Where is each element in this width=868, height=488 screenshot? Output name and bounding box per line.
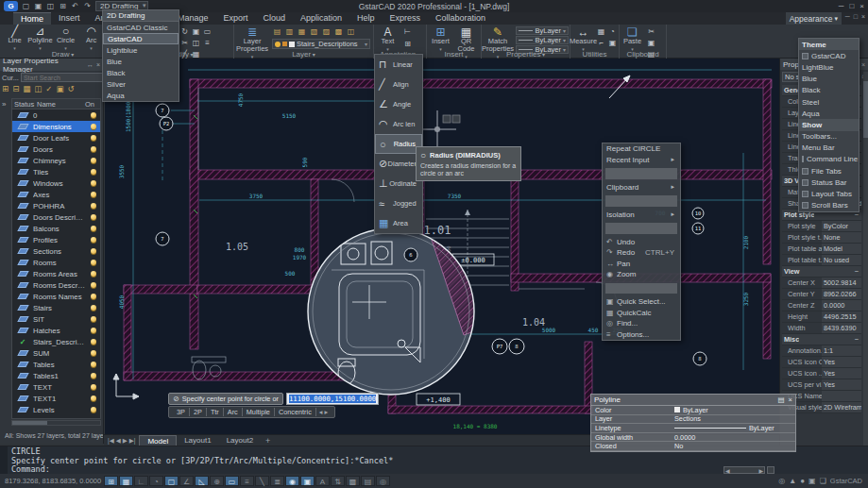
context-menu-item[interactable]: Isolation: [603, 210, 680, 221]
quick-property-row[interactable]: Color ByLayer: [591, 406, 795, 415]
layer-row[interactable]: 0: [12, 109, 100, 121]
property-value[interactable]: Yes: [822, 368, 861, 379]
layer-on-bulb-icon[interactable]: [86, 350, 100, 356]
layer-name[interactable]: Stairs: [33, 304, 86, 312]
annotation-tool-icon[interactable]: ⊢: [402, 26, 413, 37]
layer-on-bulb-icon[interactable]: [86, 339, 100, 345]
property-row[interactable]: Plot table t... No used: [782, 255, 861, 266]
layer-name[interactable]: Sections: [33, 247, 86, 256]
property-row[interactable]: Plot style ByColor: [782, 221, 861, 232]
clipboard-panel-label[interactable]: Clipboard: [620, 50, 666, 59]
layer-name[interactable]: Axes: [33, 191, 86, 199]
property-row[interactable]: Misc: [782, 334, 861, 345]
layer-status-icon[interactable]: [12, 373, 33, 379]
layer-name[interactable]: Windows: [33, 179, 86, 188]
workspace-menu-item[interactable]: Lightblue: [103, 44, 179, 56]
measure-button[interactable]: ↔ Measure: [570, 25, 596, 53]
layer-toolbar-icon[interactable]: ▦: [23, 84, 30, 95]
status-toggle-icon[interactable]: ◉: [285, 476, 299, 486]
layer-status-icon[interactable]: [12, 135, 33, 141]
layer-status-icon[interactable]: [12, 112, 33, 118]
property-value[interactable]: Model: [822, 244, 861, 254]
layer-on-bulb-icon[interactable]: [86, 226, 100, 231]
layer-tool-icon[interactable]: ▤: [272, 26, 282, 37]
appearance-menu-item[interactable]: Aqua: [799, 108, 859, 119]
layer-name[interactable]: Door Leafs: [33, 134, 86, 143]
modify-tool-icon[interactable]: ◫: [191, 38, 201, 48]
ribbon-tab[interactable]: Help: [349, 12, 383, 25]
layer-status-icon[interactable]: [12, 214, 33, 220]
layout-nav-button[interactable]: ▶|: [129, 437, 136, 445]
utilities-panel-label[interactable]: Utilities: [570, 50, 619, 59]
property-value[interactable]: 8962.0266: [822, 289, 861, 299]
layer-row[interactable]: Hatches: [12, 325, 100, 336]
layer-on-bulb-icon[interactable]: [86, 271, 100, 277]
status-right-icon[interactable]: ●: [800, 477, 805, 485]
options-arrows[interactable]: ◂ ▸: [316, 408, 331, 416]
layer-status-icon[interactable]: [12, 282, 33, 288]
gstarcad-logo-icon[interactable]: G: [4, 1, 18, 11]
property-value[interactable]: Yes: [822, 379, 861, 390]
appearance-menu-item[interactable]: Theme: [799, 39, 859, 50]
property-value[interactable]: [822, 391, 861, 401]
layer-on-bulb-icon[interactable]: [86, 135, 100, 141]
layer-select-combo[interactable]: Stairs_Descriptions: [272, 39, 370, 49]
workspace-menu-item[interactable]: Black: [103, 67, 179, 78]
status-right-icon[interactable]: ❏: [820, 477, 826, 485]
add-layout-button[interactable]: +: [261, 436, 275, 446]
appearance-menu-item[interactable]: Layout Tabs: [799, 188, 859, 199]
layer-status-icon[interactable]: [12, 305, 33, 311]
utility-tool-icon[interactable]: ⌐: [596, 38, 606, 48]
properties-scrollbar[interactable]: [863, 72, 868, 474]
status-right-icon[interactable]: ◎: [778, 477, 785, 485]
annotation-tool-icon[interactable]: ⊞: [402, 39, 413, 49]
layer-name[interactable]: Hatches: [33, 327, 86, 335]
context-menu-item[interactable]: Repeat CIRCLE: [603, 143, 680, 155]
appearance-menu-item[interactable]: Toolbars...: [799, 131, 859, 143]
bylayer-combo[interactable]: ByLayer: [516, 26, 569, 35]
quick-access-icon[interactable]: ▣: [33, 2, 43, 10]
dimension-menu-item[interactable]: ◠ Arc len: [375, 114, 422, 134]
status-toggle-icon[interactable]: ▩: [346, 476, 360, 486]
modify-tool-icon[interactable]: ▭: [202, 26, 213, 37]
layer-status-icon[interactable]: [12, 146, 33, 152]
layer-search-input[interactable]: [21, 73, 112, 82]
layer-name[interactable]: Balcons: [33, 225, 86, 233]
command-option[interactable]: Concentric: [275, 408, 316, 416]
layer-row[interactable]: Rooms Descript...: [12, 279, 100, 291]
layer-on-bulb-icon[interactable]: [86, 158, 100, 163]
property-row[interactable]: Center Z 0.0000: [782, 300, 861, 311]
layer-row[interactable]: TEXT1: [12, 393, 100, 404]
bylayer-combo[interactable]: ByLayer: [516, 36, 569, 44]
context-menu-item[interactable]: [605, 283, 677, 294]
layer-status-icon[interactable]: [12, 124, 33, 129]
panel-header-icon[interactable]: ↔: [87, 61, 94, 68]
layer-on-bulb-icon[interactable]: [86, 362, 100, 367]
layer-on-bulb-icon[interactable]: [86, 305, 100, 311]
layer-name[interactable]: Profiles: [33, 236, 86, 244]
layout-tab[interactable]: Model: [139, 435, 177, 446]
clipboard-tool-icon[interactable]: ▣: [646, 38, 656, 48]
layer-on-bulb-icon[interactable]: [86, 328, 100, 333]
appearance-menu-item[interactable]: Blue: [799, 74, 859, 85]
command-option[interactable]: 2P: [190, 408, 207, 416]
appearance-menu-item[interactable]: Scroll Bars: [799, 200, 859, 211]
window-button[interactable]: □: [849, 2, 854, 10]
quick-access-icon[interactable]: ▢: [21, 2, 31, 10]
workspace-menu-item[interactable]: 2D Drafting: [103, 10, 179, 22]
layer-status-icon[interactable]: [12, 407, 33, 412]
layer-status-icon[interactable]: [12, 192, 33, 197]
layer-status-icon[interactable]: [12, 362, 33, 367]
layer-on-bulb-icon[interactable]: [86, 282, 100, 288]
layer-row[interactable]: Balcons: [12, 223, 100, 234]
property-value[interactable]: No used: [822, 255, 861, 265]
workspace-menu-item[interactable]: GstarCAD: [103, 33, 179, 44]
status-toggle-icon[interactable]: ∟: [134, 476, 148, 486]
layer-on-bulb-icon[interactable]: [86, 169, 100, 175]
context-menu-item[interactable]: [605, 195, 677, 207]
dimension-menu-item[interactable]: ▦ Area: [375, 213, 422, 233]
layer-table-hscrollbar[interactable]: [11, 420, 101, 426]
property-row[interactable]: Width 8439.6390: [782, 323, 861, 334]
panel-header-icon[interactable]: ×: [96, 61, 100, 68]
quick-access-icon[interactable]: ↷: [82, 2, 93, 10]
